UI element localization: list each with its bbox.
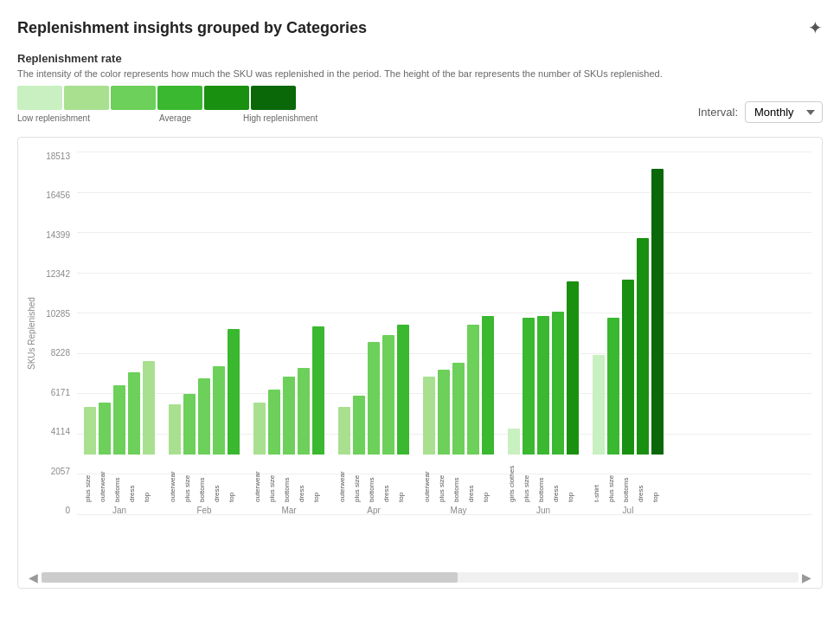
legend-colors: Low replenishment Average High replenish… <box>17 86 317 123</box>
color-block <box>204 86 249 110</box>
legend-section: Replenishment rate The intensity of the … <box>17 52 823 123</box>
month-label-area: outerwearplus sizebottomsdresstopMay <box>423 455 494 515</box>
category-label: dress <box>128 455 140 502</box>
category-label: outerwear <box>253 455 266 502</box>
category-labels: plus sizeouterwearbottomsdresstop <box>84 455 155 502</box>
x-month-label: Jun <box>536 506 550 515</box>
scrollbar[interactable] <box>42 572 798 583</box>
y-label: 2057 <box>51 467 70 476</box>
category-labels: t-shirtplus sizebottomsdresstop <box>593 455 664 502</box>
category-label: bottoms <box>368 455 380 502</box>
chart-container: 1851316456143991234210285822861714114205… <box>17 137 823 589</box>
category-label: plus size <box>84 455 96 502</box>
y-label: 4114 <box>51 427 70 436</box>
bar <box>228 329 240 455</box>
y-label: 14399 <box>46 230 70 240</box>
category-label: bottoms <box>622 455 634 502</box>
scroll-left-arrow[interactable]: ◀ <box>29 571 38 584</box>
bar <box>593 355 605 455</box>
category-label: dress <box>298 455 310 502</box>
bar <box>84 407 96 455</box>
category-label: top <box>567 455 579 502</box>
category-label: top <box>228 455 240 502</box>
y-axis-title: SKUs Replenished <box>27 152 36 515</box>
category-labels: outerwearplus sizebottomsdresstop <box>423 455 494 502</box>
category-labels: girls clothesplus sizebottomsdresstop <box>508 455 579 502</box>
category-label: bottoms <box>537 455 549 502</box>
x-month-label: Apr <box>367 506 381 515</box>
y-label: 6171 <box>51 388 70 397</box>
category-labels: outerwearplus sizebottomsdresstop <box>253 455 324 502</box>
category-label: dress <box>552 455 564 502</box>
legend-title: Replenishment rate <box>17 52 823 65</box>
bar <box>482 316 494 455</box>
category-label: outerwear <box>169 455 181 502</box>
category-labels: outerwearplus sizebottomsdresstop <box>169 455 240 502</box>
y-label: 16456 <box>46 190 70 200</box>
bars-area: plus sizeouterwearbottomsdresstopJanoute… <box>77 152 811 515</box>
month-label-area: outerwearplus sizebottomsdresstopApr <box>338 455 409 515</box>
bar <box>637 238 649 455</box>
category-label: top <box>651 455 664 502</box>
bar <box>552 312 564 455</box>
page-title: Replenishment insights grouped by Catego… <box>17 19 367 37</box>
bar <box>113 385 125 455</box>
category-label: top <box>143 455 155 502</box>
month-group: outerwearplus sizebottomsdresstopMar <box>253 326 324 515</box>
category-label: dress <box>213 455 225 502</box>
color-block <box>64 86 109 110</box>
bar <box>508 429 520 455</box>
month-group: outerwearplus sizebottomsdresstopApr <box>338 325 409 515</box>
interval-label: Interval: <box>698 106 738 119</box>
month-group: outerwearplus sizebottomsdresstopMay <box>423 316 494 515</box>
color-block <box>251 86 296 110</box>
category-label: top <box>482 455 494 502</box>
category-label: bottoms <box>198 455 210 502</box>
bar <box>537 316 549 455</box>
bar <box>622 280 634 455</box>
color-block <box>111 86 156 110</box>
bar <box>213 366 225 455</box>
bar <box>169 404 181 455</box>
y-label: 8228 <box>51 348 70 358</box>
bars-group <box>84 361 155 455</box>
month-label-area: t-shirtplus sizebottomsdresstopJul <box>593 455 664 515</box>
color-block <box>17 86 62 110</box>
color-block <box>157 86 202 110</box>
scroll-right-arrow[interactable]: ▶ <box>802 571 811 584</box>
month-label-area: outerwearplus sizebottomsdresstopMar <box>253 455 324 515</box>
bar <box>338 407 350 455</box>
x-month-label: Mar <box>281 506 296 515</box>
bar <box>397 325 409 455</box>
month-group: girls clothesplus sizebottomsdresstopJun <box>508 281 579 515</box>
x-month-label: May <box>451 506 467 515</box>
label-high: High replenishment <box>243 113 317 123</box>
header: Replenishment insights grouped by Catego… <box>17 17 823 38</box>
category-label: plus size <box>268 455 280 502</box>
bar <box>99 403 111 455</box>
category-label: dress <box>467 455 479 502</box>
category-label: top <box>312 455 324 502</box>
category-label: bottoms <box>283 455 295 502</box>
x-month-label: Jul <box>623 506 634 515</box>
month-label-area: outerwearplus sizebottomsdresstopFeb <box>169 455 240 515</box>
bar <box>523 318 535 455</box>
category-label: top <box>397 455 409 502</box>
category-label: girls clothes <box>508 455 520 502</box>
bar <box>607 318 619 455</box>
bar <box>467 325 479 455</box>
label-low: Low replenishment <box>17 113 90 123</box>
bar <box>128 372 140 455</box>
scrollbar-thumb <box>42 572 458 583</box>
chart-inner: 1851316456143991234210285822861714114205… <box>29 152 811 567</box>
category-label: plus size <box>183 455 196 502</box>
category-label: plus size <box>523 455 535 502</box>
bar <box>268 390 280 455</box>
bar <box>283 377 295 455</box>
category-label: outerwear <box>338 455 350 502</box>
bar <box>368 342 380 455</box>
legend-description: The intensity of the color represents ho… <box>17 68 823 79</box>
y-label: 10285 <box>46 309 70 319</box>
interval-select[interactable]: DailyWeeklyMonthlyQuarterly <box>745 101 823 123</box>
month-group: plus sizeouterwearbottomsdresstopJan <box>84 361 155 515</box>
